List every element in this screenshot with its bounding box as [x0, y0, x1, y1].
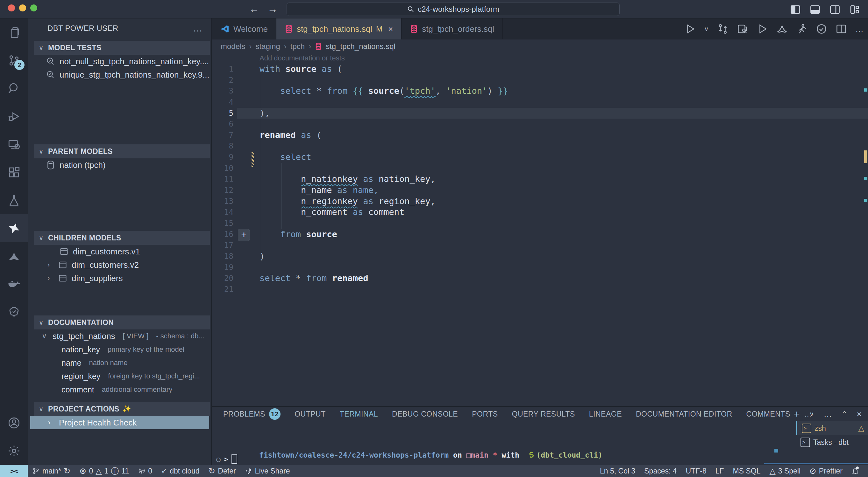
- new-terminal-icon[interactable]: +: [794, 408, 800, 420]
- code-line-7[interactable]: renamed as (: [237, 130, 868, 141]
- accounts-icon[interactable]: [0, 409, 28, 437]
- coverage-tree-icon[interactable]: [0, 298, 28, 326]
- code-line-19[interactable]: [237, 262, 868, 273]
- status-prettier[interactable]: ⊘ Prettier: [805, 465, 847, 477]
- panel-tab-documentation-editor[interactable]: DOCUMENTATION EDITOR: [636, 410, 732, 418]
- breadcrumb-item[interactable]: tpch: [290, 42, 305, 51]
- settings-gear-icon[interactable]: [0, 437, 28, 465]
- docker-icon[interactable]: [0, 270, 28, 298]
- status-dbt-cloud[interactable]: ✓ dbt cloud: [157, 465, 204, 477]
- traffic-light-zoom[interactable]: [30, 4, 37, 11]
- search-sidebar-icon[interactable]: [0, 74, 28, 102]
- documentation-column-row[interactable]: comment additional commentary: [28, 383, 211, 396]
- status-ports[interactable]: 0: [133, 465, 157, 477]
- maximize-panel-icon[interactable]: ⌃: [841, 410, 847, 418]
- code-line-4[interactable]: [237, 97, 868, 108]
- execute-icon[interactable]: [756, 23, 768, 35]
- run-dropdown-chevron-icon[interactable]: ∨: [704, 25, 709, 33]
- documentation-column-row[interactable]: name nation name: [28, 356, 211, 370]
- code-line-12[interactable]: n_name as name,: [237, 185, 868, 196]
- breadcrumb-file[interactable]: stg_tpch_nations.sql: [326, 42, 396, 51]
- status-live-share[interactable]: Live Share: [240, 465, 294, 477]
- code-line-15[interactable]: [237, 218, 868, 229]
- code-line-3[interactable]: select * from {{ source('tpch', 'nation'…: [237, 86, 868, 97]
- documentation-model-row[interactable]: ∨ stg_tpch_nations [ VIEW ] - schema : d…: [28, 330, 211, 343]
- tab-stg-tpch-orders[interactable]: stg_tpch_orders.sql: [402, 19, 503, 39]
- child-model-item[interactable]: › dim_suppliers: [28, 272, 211, 285]
- terminal-instance-tasks-dbt[interactable]: >_ Tasks - dbt: [796, 435, 868, 449]
- code-line-6[interactable]: [237, 118, 868, 130]
- status-spell[interactable]: △ 3 Spell: [765, 465, 805, 477]
- preview-icon[interactable]: [737, 23, 748, 35]
- model-test-item[interactable]: unique_stg_tpch_nations_nation_key.9...: [28, 68, 211, 81]
- code-line-10[interactable]: [237, 163, 868, 174]
- terminal-dropdown-chevron-icon[interactable]: ∨: [809, 410, 814, 418]
- status-cursor-position[interactable]: Ln 5, Col 3: [595, 465, 640, 477]
- sidebar-more-icon[interactable]: …: [193, 23, 203, 34]
- status-branch[interactable]: main* ↻: [28, 465, 75, 477]
- code-line-1[interactable]: with source as (: [237, 64, 868, 75]
- code-line-16[interactable]: from source+: [237, 229, 868, 240]
- close-icon[interactable]: ×: [388, 24, 393, 34]
- run-debug-icon[interactable]: [0, 102, 28, 130]
- terminal-instance-zsh[interactable]: >_ zsh △: [796, 421, 868, 435]
- source-control-icon[interactable]: 2: [0, 46, 28, 74]
- code-line-2[interactable]: [237, 75, 868, 86]
- dbt-logo-icon[interactable]: [776, 23, 788, 35]
- code-line-14[interactable]: n_comment as comment: [237, 207, 868, 218]
- panel-tab-comments[interactable]: COMMENTS: [746, 410, 790, 418]
- code-editor[interactable]: Add documentation or tests 1234567891011…: [212, 54, 868, 406]
- traffic-light-close[interactable]: [8, 4, 15, 11]
- child-model-item[interactable]: dim_customers.v1: [28, 245, 211, 258]
- panel-tab-ports[interactable]: PORTS: [472, 410, 498, 418]
- panel-more-icon[interactable]: …: [824, 409, 832, 419]
- code-line-13[interactable]: n_regionkey as region_key,: [237, 196, 868, 207]
- extensions-icon[interactable]: [0, 158, 28, 186]
- traffic-light-minimize[interactable]: [19, 4, 26, 11]
- panel-tab-output[interactable]: OUTPUT: [294, 410, 326, 418]
- remote-indicator[interactable]: ><: [0, 465, 28, 477]
- back-arrow-icon[interactable]: ←: [249, 3, 259, 15]
- section-children-models[interactable]: ∨ CHILDREN MODELS: [34, 231, 210, 245]
- parent-model-item[interactable]: nation (tpch): [28, 158, 211, 172]
- toggle-sidebar-icon[interactable]: [790, 4, 801, 15]
- test-check-circle-icon[interactable]: [816, 23, 827, 35]
- more-actions-icon[interactable]: …: [855, 24, 864, 34]
- child-model-item[interactable]: › dim_customers.v2: [28, 258, 211, 272]
- tab-stg-tpch-nations[interactable]: stg_tpch_nations.sql M ×: [276, 19, 402, 39]
- dbt-logo-icon[interactable]: [0, 242, 28, 270]
- section-model-tests[interactable]: ∨ MODEL TESTS: [34, 41, 210, 55]
- code-line-11[interactable]: n_nationkey as nation_key,: [237, 174, 868, 185]
- breadcrumb-item[interactable]: models: [221, 42, 245, 51]
- codelens-add-documentation[interactable]: Add documentation or tests: [259, 54, 345, 62]
- status-language-mode[interactable]: MS SQL: [728, 465, 765, 477]
- section-documentation[interactable]: ∨ DOCUMENTATION: [34, 315, 210, 330]
- code-line-20[interactable]: select * from renamed: [237, 273, 868, 284]
- code-line-18[interactable]: ): [237, 251, 868, 262]
- code-line-9[interactable]: select: [237, 152, 868, 163]
- add-inline-button[interactable]: +: [238, 229, 250, 241]
- panel-tab-query-results[interactable]: QUERY RESULTS: [512, 410, 575, 418]
- panel-tab-lineage[interactable]: LINEAGE: [589, 410, 622, 418]
- split-editor-icon[interactable]: [836, 23, 847, 35]
- status-encoding[interactable]: UTF-8: [681, 465, 711, 477]
- toggle-secondary-sidebar-icon[interactable]: [829, 4, 841, 15]
- panel-tab-problems[interactable]: PROBLEMS12: [223, 408, 281, 420]
- run-query-icon[interactable]: [684, 23, 696, 35]
- close-panel-icon[interactable]: ×: [857, 409, 862, 419]
- terminal-content[interactable]: fishtown/coalesce-24/c24-workshops-platf…: [212, 421, 795, 465]
- sash-handle[interactable]: [774, 449, 778, 452]
- documentation-column-row[interactable]: region_key foreign key to stg_tpch_regi.…: [28, 370, 211, 383]
- documentation-column-row[interactable]: nation_key primary key of the model: [28, 343, 211, 356]
- overview-ruler[interactable]: [862, 54, 868, 406]
- forward-arrow-icon[interactable]: →: [268, 3, 278, 15]
- code-line-17[interactable]: [237, 240, 868, 251]
- status-eol[interactable]: LF: [711, 465, 728, 477]
- dbt-power-user-icon[interactable]: [0, 214, 28, 242]
- panel-tab-terminal[interactable]: TERMINAL: [340, 410, 378, 418]
- testing-icon[interactable]: [0, 186, 28, 214]
- section-project-actions[interactable]: ∨ PROJECT ACTIONS ✨: [34, 402, 210, 416]
- toggle-panel-icon[interactable]: [809, 4, 821, 15]
- code-line-5[interactable]: ),: [237, 108, 868, 119]
- panel-scrollbar[interactable]: [764, 463, 868, 464]
